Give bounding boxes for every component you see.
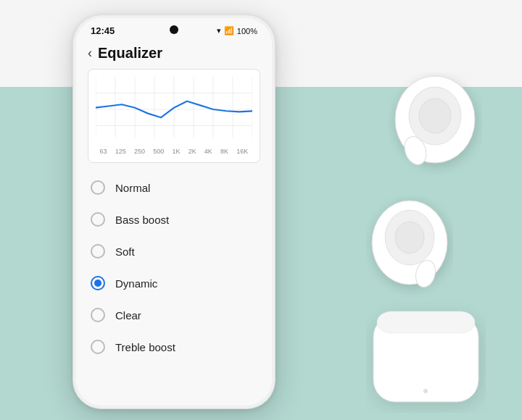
signal-icon: 📶: [224, 26, 234, 35]
eq-label-63: 63: [100, 148, 107, 155]
option-normal[interactable]: Normal: [76, 172, 272, 203]
battery-icon: 100%: [237, 27, 257, 35]
svg-point-14: [419, 98, 451, 133]
svg-rect-21: [377, 311, 475, 333]
wifi-icon: ▾: [217, 26, 221, 35]
eq-label-500: 500: [153, 148, 164, 155]
app-header: ‹ Equalizer: [76, 39, 272, 69]
page-title: Equalizer: [98, 45, 162, 62]
radio-bass-boost[interactable]: [91, 212, 105, 227]
option-treble-boost[interactable]: Treble boost: [76, 331, 272, 363]
option-treble-boost-label: Treble boost: [115, 341, 175, 353]
radio-dynamic[interactable]: [91, 276, 105, 290]
option-dynamic-label: Dynamic: [115, 277, 157, 290]
phone: 12:45 ▾ 📶 100% ‹ Equalizer: [72, 14, 276, 409]
eq-label-250: 250: [134, 148, 145, 155]
option-bass-boost-label: Bass boost: [115, 214, 169, 226]
option-soft[interactable]: Soft: [76, 235, 272, 267]
option-soft-label: Soft: [115, 245, 135, 258]
scene: 12:45 ▾ 📶 100% ‹ Equalizer: [0, 0, 522, 420]
eq-label-2k: 2K: [188, 148, 196, 155]
radio-treble-boost[interactable]: [91, 340, 105, 354]
radio-dynamic-fill: [94, 280, 102, 287]
radio-soft[interactable]: [91, 244, 105, 259]
earbud-case: [366, 301, 486, 413]
option-clear[interactable]: Clear: [76, 299, 272, 331]
radio-normal[interactable]: [91, 180, 105, 195]
status-bar: 12:45 ▾ 📶 100%: [76, 18, 272, 39]
earbud-right: [388, 72, 482, 177]
eq-label-16k: 16K: [236, 148, 248, 155]
eq-chart-container: 63 125 250 500 1K 2K 4K 8K 16K: [88, 69, 260, 163]
option-clear-label: Clear: [115, 309, 141, 322]
option-bass-boost[interactable]: Bass boost: [76, 203, 272, 235]
svg-point-18: [395, 222, 424, 253]
eq-label-4k: 4K: [204, 148, 212, 155]
earbud-left: [366, 196, 453, 301]
status-time: 12:45: [91, 25, 115, 36]
option-dynamic[interactable]: Dynamic: [76, 267, 272, 299]
eq-labels: 63 125 250 500 1K 2K 4K 8K 16K: [96, 148, 252, 155]
phone-screen: 12:45 ▾ 📶 100% ‹ Equalizer: [76, 18, 272, 406]
camera-notch: [170, 25, 178, 34]
svg-point-22: [423, 389, 428, 393]
options-list: Normal Bass boost Soft Dynamic: [76, 169, 272, 406]
eq-label-8k: 8K: [220, 148, 228, 155]
eq-label-125: 125: [115, 148, 126, 155]
option-normal-label: Normal: [115, 182, 150, 194]
status-icons: ▾ 📶 100%: [217, 26, 257, 35]
eq-chart: [96, 77, 252, 142]
radio-clear[interactable]: [91, 308, 105, 322]
eq-label-1k: 1K: [172, 148, 180, 155]
back-button[interactable]: ‹: [88, 46, 92, 61]
